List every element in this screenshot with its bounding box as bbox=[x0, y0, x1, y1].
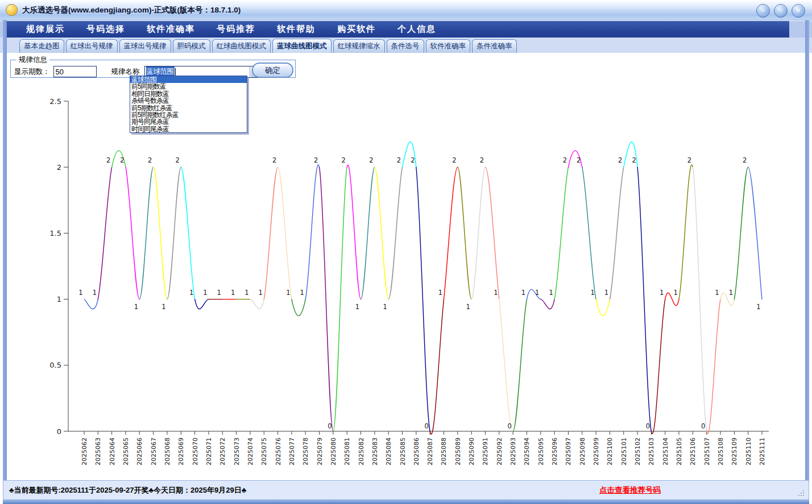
x-axis-label: 2025110 bbox=[745, 438, 752, 465]
point-value-label: 2 bbox=[106, 156, 110, 164]
x-axis-label: 2025077 bbox=[288, 438, 296, 465]
dropdown-item-4[interactable]: 杀错号数杀蓝 bbox=[130, 97, 247, 104]
curve-segment bbox=[305, 165, 319, 299]
resize-grip[interactable] bbox=[797, 489, 804, 496]
curve-segment bbox=[154, 167, 167, 299]
point-value-label: 2 bbox=[411, 156, 415, 164]
dropdown-item-8[interactable]: 时间同尾杀蓝 bbox=[130, 126, 247, 132]
status-text: ♣当前最新期号:2025111于2025-09-27开奖♣今天日期：2025年9… bbox=[9, 485, 246, 495]
point-value-label: 0 bbox=[328, 422, 332, 430]
curve-segment bbox=[264, 167, 277, 299]
x-axis-label: 2025065 bbox=[122, 438, 130, 465]
period-count-input[interactable] bbox=[53, 66, 97, 77]
dropdown-item-7[interactable]: 期号同尾杀蓝 bbox=[130, 118, 247, 125]
x-axis-label: 2025089 bbox=[454, 438, 462, 465]
x-axis-label: 2025092 bbox=[496, 438, 503, 465]
text-caret bbox=[175, 68, 176, 76]
point-value-label: 2 bbox=[397, 156, 401, 164]
x-axis-label: 2025084 bbox=[385, 438, 392, 465]
point-value-label: 1 bbox=[604, 289, 608, 297]
x-axis-label: 2025082 bbox=[358, 438, 365, 465]
x-axis-label: 2025107 bbox=[703, 438, 711, 465]
point-value-label: 2 bbox=[176, 156, 180, 164]
x-axis-label: 2025100 bbox=[606, 438, 614, 465]
curve-segment bbox=[541, 299, 554, 309]
curve-segment bbox=[167, 167, 181, 299]
point-value-label: 0 bbox=[424, 422, 428, 430]
curve-segment bbox=[347, 165, 361, 299]
x-axis-label: 2025104 bbox=[662, 438, 669, 465]
groupbox-title: 规律信息 bbox=[16, 55, 49, 65]
point-value-label: 2 bbox=[148, 156, 152, 164]
x-axis-label: 2025111 bbox=[759, 438, 766, 465]
y-axis-label: 1.5 bbox=[49, 229, 61, 238]
x-axis-label: 2025095 bbox=[537, 438, 545, 465]
point-value-label: 1 bbox=[729, 289, 733, 297]
x-axis-label: 2025081 bbox=[343, 438, 351, 465]
x-axis-label: 2025091 bbox=[482, 438, 489, 465]
curve-segment bbox=[596, 299, 610, 316]
x-axis-label: 2025105 bbox=[676, 438, 683, 465]
x-axis-label: 2025098 bbox=[579, 438, 586, 465]
recommended-numbers-link[interactable]: 点击查看推荐号码 bbox=[599, 485, 661, 495]
curve-segment bbox=[416, 167, 430, 431]
x-axis-label: 2025109 bbox=[731, 438, 738, 465]
x-axis-label: 2025067 bbox=[150, 438, 158, 465]
x-axis-label: 2025085 bbox=[399, 438, 407, 465]
curve-segment bbox=[679, 165, 693, 299]
status-bar: ♣当前最新期号:2025111于2025-09-27开奖♣今天日期：2025年9… bbox=[3, 480, 809, 500]
x-axis-label: 2025088 bbox=[440, 438, 448, 465]
x-axis-label: 2025087 bbox=[426, 438, 434, 465]
point-value-label: 2 bbox=[120, 156, 124, 164]
x-axis-label: 2025093 bbox=[509, 438, 517, 465]
x-axis-label: 2025073 bbox=[233, 438, 241, 465]
point-value-label: 2 bbox=[687, 156, 691, 164]
point-value-label: 1 bbox=[189, 289, 193, 297]
x-axis-label: 2025075 bbox=[260, 438, 268, 465]
point-value-label: 2 bbox=[452, 156, 456, 164]
curve-segment bbox=[98, 167, 111, 299]
dropdown-item-2[interactable]: 前5同期数蓝 bbox=[130, 83, 247, 90]
x-axis-label: 2025080 bbox=[330, 438, 337, 465]
point-value-label: 2 bbox=[563, 156, 567, 164]
x-axis-label: 2025079 bbox=[316, 438, 324, 465]
x-axis-label: 2025076 bbox=[275, 438, 282, 465]
dropdown-item-3[interactable]: 相同日期数蓝 bbox=[130, 90, 247, 97]
curve-segment bbox=[734, 167, 748, 299]
curve-segment bbox=[320, 167, 333, 431]
x-axis-label: 2025102 bbox=[634, 438, 641, 465]
point-value-label: 2 bbox=[480, 156, 484, 164]
confirm-button[interactable]: 确定 bbox=[252, 63, 293, 78]
curve-segment bbox=[250, 299, 264, 309]
dropdown-item-1[interactable]: 蓝球范围 bbox=[130, 76, 247, 83]
point-value-label: 1 bbox=[549, 289, 553, 297]
x-axis-label: 2025078 bbox=[302, 438, 309, 465]
curve-segment bbox=[444, 167, 457, 299]
curve-segment bbox=[278, 167, 292, 299]
curve-segment bbox=[430, 299, 444, 434]
x-axis-label: 2025096 bbox=[551, 438, 558, 465]
curve-segment bbox=[361, 167, 375, 299]
curve-segment bbox=[195, 299, 209, 309]
point-value-label: 2 bbox=[342, 156, 346, 164]
dropdown-item-5[interactable]: 前5期数红杀蓝 bbox=[130, 105, 247, 111]
point-value-label: 2 bbox=[272, 156, 276, 164]
curve-segment bbox=[707, 299, 720, 434]
point-value-label: 2 bbox=[314, 156, 318, 164]
dropdown-item-6[interactable]: 前5同期数红杀蓝 bbox=[130, 111, 247, 118]
point-value-label: 2 bbox=[369, 156, 373, 164]
point-value-label: 1 bbox=[259, 289, 263, 297]
x-axis-label: 2025086 bbox=[413, 438, 420, 465]
point-value-label: 1 bbox=[590, 289, 594, 297]
point-value-label: 1 bbox=[715, 289, 719, 297]
x-axis-label: 2025068 bbox=[164, 438, 171, 465]
x-axis-label: 2025064 bbox=[109, 438, 116, 465]
curve-segment bbox=[388, 167, 402, 299]
x-axis-label: 2025070 bbox=[192, 438, 199, 465]
curve-segment bbox=[126, 167, 139, 299]
curve-segment bbox=[513, 299, 527, 431]
app-window: 大乐透选号器(www.edengjiang.com)-正式版(版本号：18.7.… bbox=[0, 0, 812, 504]
x-axis-label: 2025103 bbox=[648, 438, 655, 465]
curve-segment bbox=[471, 167, 485, 299]
curve-segment bbox=[610, 167, 623, 299]
